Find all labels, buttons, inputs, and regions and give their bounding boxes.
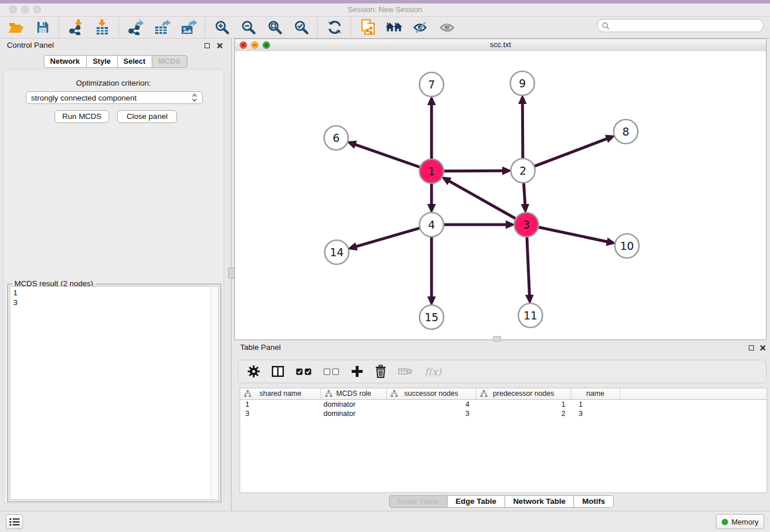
tab-mcds[interactable]: MCDS [152,55,187,68]
control-panel: Control Panel Network Style Select MCDS … [0,38,230,511]
tab-select[interactable]: Select [118,55,152,68]
graph-edge-4-14[interactable] [356,228,419,246]
select-all-icon[interactable] [296,368,311,375]
cell-mcds-role[interactable]: dominator [321,409,387,418]
export-network-button[interactable] [127,19,144,36]
hide-details-button[interactable] [412,19,429,36]
import-table-icon [95,20,110,35]
cell-name[interactable]: 3 [571,409,620,418]
zoom-out-icon [241,20,256,35]
memory-button[interactable]: Memory [716,514,764,529]
zoom-fit-button[interactable] [266,19,283,36]
graph-edge-1-2[interactable] [444,171,503,171]
application-window: Session: New Session [0,0,770,532]
show-columns-icon[interactable] [272,366,284,377]
deselect-all-icon[interactable] [324,368,339,375]
export-table-button[interactable] [153,19,171,36]
column-header-mcds-role[interactable]: MCDS role [321,388,387,399]
search-input[interactable] [610,21,759,30]
zoom-in-button[interactable] [213,19,230,36]
show-details-button[interactable] [438,19,456,36]
network-canvas[interactable]: 7968124314101511 [235,51,766,340]
open-session-button[interactable] [7,19,25,36]
export-image-button[interactable] [180,19,197,36]
zoom-in-icon [214,20,230,35]
table-float-button[interactable] [748,344,755,352]
apply-layout-button[interactable] [326,19,343,36]
network-from-file-button[interactable] [359,19,376,36]
add-column-icon[interactable] [351,365,363,377]
float-panel-button[interactable] [203,42,211,49]
tab-edge-table[interactable]: Edge Table [448,495,505,508]
graph-edge-2-8[interactable] [535,138,607,166]
table-row[interactable]: 1 dominator 4 1 1 [240,400,767,409]
cell-successor-nodes[interactable]: 3 [387,409,476,418]
graph-edge-3-10[interactable] [539,228,607,242]
cell-name[interactable]: 1 [571,400,620,409]
close-window-button[interactable] [9,6,17,13]
graph-edge-3-11[interactable] [527,237,529,295]
close-panel-action-button[interactable]: Close panel [117,110,177,123]
column-header-predecessor-nodes[interactable]: predecessor nodes [476,388,571,399]
table-panel-header: Table Panel [233,342,770,357]
import-table-button[interactable] [94,19,111,36]
home-view-button[interactable] [386,19,403,36]
memory-label: Memory [732,518,759,526]
import-network-button[interactable] [67,19,84,36]
graph-edge-1-6[interactable] [355,145,419,167]
cell-shared-name[interactable]: 1 [240,400,321,409]
close-panel-button[interactable] [216,42,224,49]
tab-network-table[interactable]: Network Table [505,495,574,508]
graph-node-label-2: 2 [519,164,526,177]
delete-trash-icon[interactable] [375,365,386,378]
column-label: MCDS role [336,390,371,398]
home-icon [386,21,403,34]
tab-node-table[interactable]: Node Table [389,495,448,508]
mcds-result-list[interactable]: 1 3 [10,286,219,500]
criterion-select[interactable]: strongly connected component [26,91,203,104]
network-minimize-button[interactable] [251,41,259,49]
delete-table-icon-disabled [398,367,413,376]
column-header-shared-name[interactable]: shared name [240,388,321,399]
cell-predecessor-nodes[interactable]: 2 [476,409,571,418]
graph-edge-2-3[interactable] [523,183,525,205]
export-table-icon [154,20,171,35]
zoom-window-button[interactable] [33,6,41,13]
graph-edge-3-1[interactable] [449,181,515,218]
save-session-button[interactable] [34,19,51,36]
tab-network[interactable]: Network [44,55,87,68]
tab-motifs[interactable]: Motifs [574,495,614,508]
horizontal-splitter-handle[interactable] [493,336,501,342]
zoom-selected-button[interactable] [292,19,310,36]
network-graph: 7968124314101511 [235,51,766,340]
network-window: scc.txt 7968124314101511 [234,38,767,340]
table-row[interactable]: 3 dominator 3 2 3 [240,409,767,418]
export-network-icon [128,20,144,35]
table-settings-gear-icon[interactable] [248,365,260,377]
column-header-name[interactable]: name [571,388,620,399]
table-close-button[interactable] [759,344,767,352]
network-maximize-button[interactable] [263,41,270,49]
cell-mcds-role[interactable]: dominator [321,400,387,409]
result-item: 1 [10,287,218,298]
cell-successor-nodes[interactable]: 4 [387,400,476,409]
cell-shared-name[interactable]: 3 [240,409,321,418]
tab-style[interactable]: Style [87,55,118,68]
network-close-button[interactable] [240,41,247,49]
run-mcds-button[interactable]: Run MCDS [55,110,109,123]
graph-node-label-1: 1 [428,165,435,178]
show-panels-button[interactable] [6,514,23,529]
graph-node-label-7: 7 [428,78,435,91]
network-window-titlebar[interactable]: scc.txt [235,39,766,52]
result-scrollbar[interactable] [210,287,218,499]
minimize-window-button[interactable] [21,6,29,13]
search-box[interactable] [597,19,764,32]
network-window-title: scc.txt [235,39,766,51]
table-panel-title: Table Panel [240,343,281,352]
node-table[interactable]: shared name MCDS role successor nodes [240,388,767,493]
column-header-successor-nodes[interactable]: successor nodes [387,388,476,399]
zoom-out-button[interactable] [240,19,257,36]
memory-status-icon [722,519,728,525]
cell-predecessor-nodes[interactable]: 1 [476,400,571,409]
graph-edge-2-9[interactable] [522,103,523,158]
